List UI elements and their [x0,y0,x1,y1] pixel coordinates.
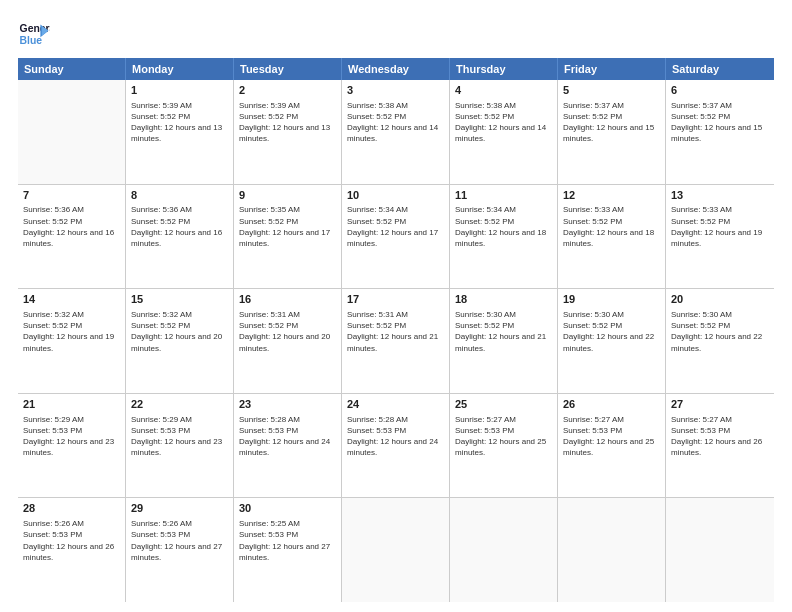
calendar-cell: 12Sunrise: 5:33 AMSunset: 5:52 PMDayligh… [558,185,666,289]
day-info: Sunrise: 5:38 AMSunset: 5:52 PMDaylight:… [347,100,444,145]
calendar-cell: 20Sunrise: 5:30 AMSunset: 5:52 PMDayligh… [666,289,774,393]
header: General Blue [18,18,774,50]
calendar-cell [558,498,666,602]
day-number: 20 [671,292,769,307]
day-number: 3 [347,83,444,98]
logo: General Blue [18,18,50,50]
calendar-header-sunday: Sunday [18,58,126,80]
day-info: Sunrise: 5:29 AMSunset: 5:53 PMDaylight:… [131,414,228,459]
calendar-cell: 18Sunrise: 5:30 AMSunset: 5:52 PMDayligh… [450,289,558,393]
day-number: 23 [239,397,336,412]
day-info: Sunrise: 5:30 AMSunset: 5:52 PMDaylight:… [563,309,660,354]
day-number: 25 [455,397,552,412]
calendar-cell: 29Sunrise: 5:26 AMSunset: 5:53 PMDayligh… [126,498,234,602]
calendar-header-monday: Monday [126,58,234,80]
day-info: Sunrise: 5:29 AMSunset: 5:53 PMDaylight:… [23,414,120,459]
day-info: Sunrise: 5:37 AMSunset: 5:52 PMDaylight:… [671,100,769,145]
day-number: 13 [671,188,769,203]
day-info: Sunrise: 5:26 AMSunset: 5:53 PMDaylight:… [23,518,120,563]
day-info: Sunrise: 5:34 AMSunset: 5:52 PMDaylight:… [347,204,444,249]
calendar-cell: 16Sunrise: 5:31 AMSunset: 5:52 PMDayligh… [234,289,342,393]
day-number: 5 [563,83,660,98]
day-info: Sunrise: 5:28 AMSunset: 5:53 PMDaylight:… [239,414,336,459]
calendar-body: 1Sunrise: 5:39 AMSunset: 5:52 PMDaylight… [18,80,774,602]
day-info: Sunrise: 5:33 AMSunset: 5:52 PMDaylight:… [671,204,769,249]
calendar-cell: 3Sunrise: 5:38 AMSunset: 5:52 PMDaylight… [342,80,450,184]
day-number: 28 [23,501,120,516]
calendar-week-4: 21Sunrise: 5:29 AMSunset: 5:53 PMDayligh… [18,394,774,499]
calendar-cell: 1Sunrise: 5:39 AMSunset: 5:52 PMDaylight… [126,80,234,184]
calendar-header-friday: Friday [558,58,666,80]
day-info: Sunrise: 5:27 AMSunset: 5:53 PMDaylight:… [671,414,769,459]
day-info: Sunrise: 5:28 AMSunset: 5:53 PMDaylight:… [347,414,444,459]
day-info: Sunrise: 5:36 AMSunset: 5:52 PMDaylight:… [131,204,228,249]
calendar: SundayMondayTuesdayWednesdayThursdayFrid… [18,58,774,602]
calendar-cell: 7Sunrise: 5:36 AMSunset: 5:52 PMDaylight… [18,185,126,289]
day-number: 11 [455,188,552,203]
calendar-cell [18,80,126,184]
calendar-header-saturday: Saturday [666,58,774,80]
day-info: Sunrise: 5:31 AMSunset: 5:52 PMDaylight:… [239,309,336,354]
day-info: Sunrise: 5:30 AMSunset: 5:52 PMDaylight:… [671,309,769,354]
calendar-cell: 22Sunrise: 5:29 AMSunset: 5:53 PMDayligh… [126,394,234,498]
calendar-cell: 27Sunrise: 5:27 AMSunset: 5:53 PMDayligh… [666,394,774,498]
calendar-cell: 14Sunrise: 5:32 AMSunset: 5:52 PMDayligh… [18,289,126,393]
calendar-cell: 13Sunrise: 5:33 AMSunset: 5:52 PMDayligh… [666,185,774,289]
calendar-cell: 9Sunrise: 5:35 AMSunset: 5:52 PMDaylight… [234,185,342,289]
calendar-header-tuesday: Tuesday [234,58,342,80]
day-info: Sunrise: 5:30 AMSunset: 5:52 PMDaylight:… [455,309,552,354]
day-number: 8 [131,188,228,203]
calendar-cell: 15Sunrise: 5:32 AMSunset: 5:52 PMDayligh… [126,289,234,393]
day-number: 21 [23,397,120,412]
day-info: Sunrise: 5:37 AMSunset: 5:52 PMDaylight:… [563,100,660,145]
calendar-cell: 25Sunrise: 5:27 AMSunset: 5:53 PMDayligh… [450,394,558,498]
day-info: Sunrise: 5:34 AMSunset: 5:52 PMDaylight:… [455,204,552,249]
calendar-week-5: 28Sunrise: 5:26 AMSunset: 5:53 PMDayligh… [18,498,774,602]
day-info: Sunrise: 5:36 AMSunset: 5:52 PMDaylight:… [23,204,120,249]
day-number: 4 [455,83,552,98]
calendar-header-wednesday: Wednesday [342,58,450,80]
calendar-week-2: 7Sunrise: 5:36 AMSunset: 5:52 PMDaylight… [18,185,774,290]
day-number: 7 [23,188,120,203]
day-info: Sunrise: 5:32 AMSunset: 5:52 PMDaylight:… [131,309,228,354]
calendar-cell: 21Sunrise: 5:29 AMSunset: 5:53 PMDayligh… [18,394,126,498]
calendar-cell: 30Sunrise: 5:25 AMSunset: 5:53 PMDayligh… [234,498,342,602]
calendar-cell: 26Sunrise: 5:27 AMSunset: 5:53 PMDayligh… [558,394,666,498]
calendar-cell [450,498,558,602]
calendar-header-thursday: Thursday [450,58,558,80]
day-info: Sunrise: 5:33 AMSunset: 5:52 PMDaylight:… [563,204,660,249]
logo-icon: General Blue [18,18,50,50]
day-number: 26 [563,397,660,412]
day-info: Sunrise: 5:27 AMSunset: 5:53 PMDaylight:… [563,414,660,459]
calendar-cell: 2Sunrise: 5:39 AMSunset: 5:52 PMDaylight… [234,80,342,184]
calendar-cell: 5Sunrise: 5:37 AMSunset: 5:52 PMDaylight… [558,80,666,184]
day-number: 2 [239,83,336,98]
day-info: Sunrise: 5:31 AMSunset: 5:52 PMDaylight:… [347,309,444,354]
calendar-cell: 23Sunrise: 5:28 AMSunset: 5:53 PMDayligh… [234,394,342,498]
calendar-cell: 6Sunrise: 5:37 AMSunset: 5:52 PMDaylight… [666,80,774,184]
calendar-cell: 24Sunrise: 5:28 AMSunset: 5:53 PMDayligh… [342,394,450,498]
day-number: 22 [131,397,228,412]
calendar-cell [342,498,450,602]
day-number: 24 [347,397,444,412]
day-number: 29 [131,501,228,516]
calendar-cell: 10Sunrise: 5:34 AMSunset: 5:52 PMDayligh… [342,185,450,289]
svg-text:Blue: Blue [20,35,43,46]
day-number: 16 [239,292,336,307]
day-number: 19 [563,292,660,307]
page: General Blue SundayMondayTuesdayWednesda… [0,0,792,612]
calendar-cell: 8Sunrise: 5:36 AMSunset: 5:52 PMDaylight… [126,185,234,289]
day-info: Sunrise: 5:39 AMSunset: 5:52 PMDaylight:… [131,100,228,145]
day-number: 9 [239,188,336,203]
day-number: 18 [455,292,552,307]
day-number: 27 [671,397,769,412]
day-number: 30 [239,501,336,516]
day-info: Sunrise: 5:35 AMSunset: 5:52 PMDaylight:… [239,204,336,249]
day-info: Sunrise: 5:26 AMSunset: 5:53 PMDaylight:… [131,518,228,563]
calendar-cell: 17Sunrise: 5:31 AMSunset: 5:52 PMDayligh… [342,289,450,393]
day-info: Sunrise: 5:25 AMSunset: 5:53 PMDaylight:… [239,518,336,563]
day-number: 15 [131,292,228,307]
calendar-week-3: 14Sunrise: 5:32 AMSunset: 5:52 PMDayligh… [18,289,774,394]
day-info: Sunrise: 5:39 AMSunset: 5:52 PMDaylight:… [239,100,336,145]
day-number: 14 [23,292,120,307]
